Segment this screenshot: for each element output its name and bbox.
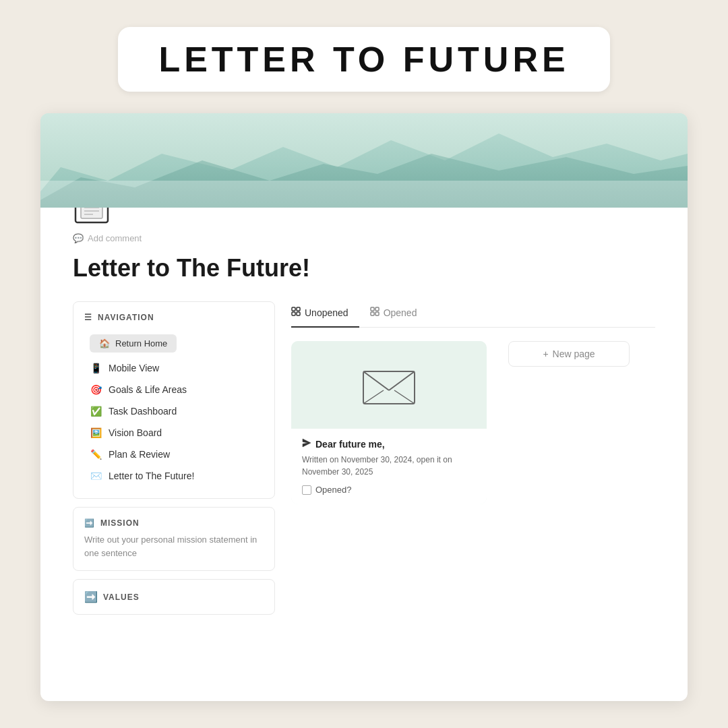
- vision-label: Vision Board: [109, 427, 162, 438]
- hero-banner: [40, 113, 688, 208]
- svg-line-19: [394, 390, 415, 404]
- letter-card-image: [291, 341, 487, 429]
- outer-wrapper: LETTER TO FUTURE: [0, 0, 728, 728]
- mission-placeholder: Write out your personal mission statemen…: [84, 533, 264, 559]
- pencil-icon: ✏️: [90, 448, 102, 460]
- opened-tab-label: Opened: [384, 307, 417, 318]
- opened-check[interactable]: Opened?: [302, 485, 476, 495]
- svg-rect-10: [297, 312, 300, 315]
- sidebar-item-letter-future[interactable]: ✉️ Letter to The Future!: [84, 466, 264, 486]
- page-content: 💬 Add comment Letter to The Future! ☰ NA…: [40, 208, 688, 701]
- image-icon: 🖼️: [90, 427, 102, 439]
- unopened-tab-label: Unopened: [305, 307, 348, 318]
- phone-icon: 📱: [90, 362, 102, 374]
- sidebar-item-return-home[interactable]: 🏠 Return Home: [84, 330, 264, 357]
- page-icon: [73, 208, 655, 228]
- opened-label: Opened?: [315, 485, 352, 495]
- letter-card-body: Dear future me, Written on November 30, …: [291, 429, 487, 504]
- notion-page: 💬 Add comment Letter to The Future! ☰ NA…: [40, 113, 688, 701]
- letter-card[interactable]: Dear future me, Written on November 30, …: [291, 341, 487, 504]
- svg-line-18: [363, 390, 384, 404]
- tab-opened[interactable]: Opened: [370, 301, 428, 328]
- add-comment-label: Add comment: [88, 233, 142, 243]
- content-row: Dear future me, Written on November 30, …: [291, 341, 655, 504]
- svg-rect-3: [81, 208, 102, 218]
- tab-unopened[interactable]: Unopened: [291, 301, 359, 328]
- svg-line-17: [389, 371, 415, 390]
- grid-icon-opened: [370, 307, 380, 318]
- mission-label: MISSION: [100, 518, 140, 528]
- values-label: VALUES: [103, 593, 140, 602]
- mobile-view-label: Mobile View: [109, 363, 159, 373]
- letter-meta: Written on November 30, 2024, open it on…: [302, 454, 476, 478]
- comment-icon: 💬: [73, 233, 84, 243]
- check-circle-icon: ✅: [90, 405, 102, 417]
- arrow-circle-icon: ➡️: [84, 518, 95, 528]
- svg-rect-9: [292, 312, 295, 315]
- return-home-button[interactable]: 🏠 Return Home: [90, 334, 177, 353]
- values-arrow-icon: ➡️: [84, 590, 98, 603]
- two-col-layout: ☰ NAVIGATION 🏠 Return Home 📱: [73, 301, 655, 615]
- target-icon: 🎯: [90, 384, 102, 396]
- main-title: LETTER TO FUTURE: [158, 39, 569, 80]
- plan-label: Plan & Review: [109, 449, 170, 460]
- goals-label: Goals & Life Areas: [109, 384, 187, 395]
- grid-icon-unopened: [291, 307, 301, 318]
- house-icon: 🏠: [99, 338, 110, 348]
- nav-panel: ☰ NAVIGATION 🏠 Return Home 📱: [73, 301, 275, 615]
- svg-line-16: [363, 371, 389, 390]
- nav-section-header: ☰ NAVIGATION: [84, 313, 264, 322]
- task-label: Task Dashboard: [109, 406, 177, 417]
- svg-rect-1: [40, 181, 688, 208]
- letter-from: Dear future me,: [302, 438, 476, 450]
- svg-rect-14: [375, 312, 379, 315]
- sidebar-item-vision-board[interactable]: 🖼️ Vision Board: [84, 423, 264, 443]
- svg-rect-13: [371, 312, 374, 315]
- svg-rect-7: [292, 307, 295, 311]
- page-title: Letter to The Future!: [73, 254, 655, 282]
- mission-section: ➡️ MISSION Write out your personal missi…: [73, 507, 275, 571]
- send-icon: [302, 438, 311, 450]
- return-home-label: Return Home: [115, 338, 167, 348]
- opened-checkbox[interactable]: [302, 485, 311, 495]
- sidebar-item-plan-review[interactable]: ✏️ Plan & Review: [84, 444, 264, 464]
- nav-section: ☰ NAVIGATION 🏠 Return Home 📱: [73, 301, 275, 499]
- envelope-nav-icon: ✉️: [90, 470, 102, 482]
- sidebar-item-mobile-view[interactable]: 📱 Mobile View: [84, 358, 264, 378]
- sidebar-item-task-dashboard[interactable]: ✅ Task Dashboard: [84, 401, 264, 421]
- values-section[interactable]: ➡️ VALUES: [73, 579, 275, 615]
- svg-rect-11: [371, 307, 374, 311]
- sidebar-item-goals-life-areas[interactable]: 🎯 Goals & Life Areas: [84, 380, 264, 400]
- main-content-area: Unopened Opened: [291, 301, 655, 504]
- letter-nav-label: Letter to The Future!: [109, 471, 194, 481]
- mission-header: ➡️ MISSION: [84, 518, 264, 528]
- tabs-bar: Unopened Opened: [291, 301, 655, 328]
- title-badge: LETTER TO FUTURE: [118, 27, 609, 92]
- menu-icon: ☰: [84, 313, 92, 322]
- new-page-label: New page: [553, 348, 595, 359]
- svg-rect-8: [297, 307, 300, 311]
- plus-icon: +: [543, 348, 548, 359]
- nav-label: NAVIGATION: [98, 313, 154, 322]
- svg-rect-12: [375, 307, 379, 311]
- new-page-button[interactable]: + New page: [508, 341, 630, 367]
- letter-from-label: Dear future me,: [315, 439, 385, 450]
- add-comment-btn[interactable]: 💬 Add comment: [73, 233, 655, 243]
